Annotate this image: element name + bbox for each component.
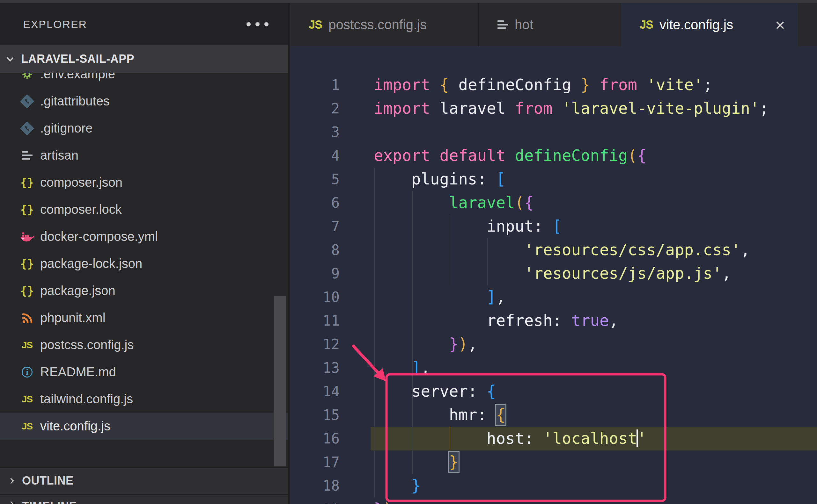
file-row[interactable]: .gitattributes xyxy=(0,88,288,115)
file-row[interactable]: phpunit.xml xyxy=(0,304,288,331)
code-line[interactable]: } xyxy=(374,474,421,498)
code-line[interactable]: import laravel from 'laravel-vite-plugin… xyxy=(374,97,769,120)
outline-label: OUTLINE xyxy=(22,474,74,487)
code-line[interactable]: input: [ xyxy=(374,215,562,238)
explorer-header: EXPLORER xyxy=(0,3,288,45)
file-row[interactable]: iREADME.md xyxy=(0,358,288,385)
tab-label: vite.config.js xyxy=(660,17,733,32)
braces-icon: {} xyxy=(20,284,34,298)
timeline-section-header[interactable]: TIMELINE xyxy=(0,494,288,504)
explorer-title: EXPLORER xyxy=(23,18,87,31)
file-name: phpunit.xml xyxy=(40,311,105,325)
js-icon: JS xyxy=(20,419,34,434)
line-number: 5 xyxy=(290,168,340,191)
file-list: .env.example.gitattributes.gitignorearti… xyxy=(0,61,288,440)
code-line[interactable]: server: { xyxy=(374,380,496,403)
line-number: 19 xyxy=(290,498,340,504)
lines-icon xyxy=(20,148,34,163)
file-name: vite.config.js xyxy=(40,419,110,433)
line-number: 10 xyxy=(290,285,340,309)
close-icon[interactable]: × xyxy=(775,16,785,33)
line-number: 4 xyxy=(290,144,340,168)
tab-label: postcss.config.js xyxy=(329,17,427,32)
file-row[interactable]: artisan xyxy=(0,142,288,169)
more-actions-icon[interactable] xyxy=(247,22,269,26)
project-section-header[interactable]: LARAVEL-SAIL-APP xyxy=(0,45,288,73)
file-name: README.md xyxy=(40,365,116,379)
code-line[interactable]: export default defineConfig({ xyxy=(374,144,647,168)
code-line[interactable]: plugins: [ xyxy=(374,168,505,191)
file-row[interactable]: {}package.json xyxy=(0,277,288,304)
file-name: composer.json xyxy=(40,175,122,190)
js-icon: JS xyxy=(20,392,34,407)
js-icon: JS xyxy=(309,18,322,32)
js-icon: JS xyxy=(640,18,653,32)
git-icon xyxy=(20,121,34,136)
file-row[interactable]: {}package-lock.json xyxy=(0,250,288,277)
code-line[interactable]: } xyxy=(374,450,459,474)
tab-label: hot xyxy=(515,17,533,32)
braces-icon: {} xyxy=(20,202,34,217)
line-number: 13 xyxy=(290,356,340,380)
file-name: composer.lock xyxy=(40,202,122,217)
tab-hot[interactable]: hot xyxy=(479,3,621,46)
file-row[interactable]: JSvite.config.js xyxy=(0,413,288,440)
timeline-label: TIMELINE xyxy=(22,500,77,504)
line-number: 14 xyxy=(290,380,340,403)
line-number: 3 xyxy=(290,120,340,144)
file-row[interactable]: {}composer.json xyxy=(0,169,288,196)
tab-vite.config.js[interactable]: JSvite.config.js× xyxy=(621,3,798,46)
line-number: 8 xyxy=(290,238,340,262)
vscode-window: { "colors":{ "editor_bg":"#272b3c","side… xyxy=(0,0,817,504)
code-line[interactable]: import { defineConfig } from 'vite'; xyxy=(374,73,712,97)
explorer-sidebar: EXPLORER .env.example.gitattributes.giti… xyxy=(0,3,288,504)
code-line[interactable]: }), xyxy=(374,333,477,356)
code-editor[interactable]: 12345678910111213141516171819import { de… xyxy=(290,73,817,504)
file-row[interactable]: {}composer.lock xyxy=(0,196,288,223)
file-name: tailwind.config.js xyxy=(40,392,133,406)
line-number: 7 xyxy=(290,215,340,238)
line-number: 16 xyxy=(290,427,340,450)
tab-postcss.config.js[interactable]: JSpostcss.config.js xyxy=(290,3,479,46)
file-name: postcss.config.js xyxy=(40,338,134,352)
project-name: LARAVEL-SAIL-APP xyxy=(21,52,134,66)
docker-icon xyxy=(20,229,34,244)
line-number: 1 xyxy=(290,73,340,97)
file-row[interactable]: .gitignore xyxy=(0,115,288,142)
js-icon: JS xyxy=(20,338,34,352)
code-line[interactable]: refresh: true, xyxy=(374,309,618,333)
editor-tab-bar: JSpostcss.config.jshotJSvite.config.js× xyxy=(290,3,817,46)
sidebar-scrollbar[interactable] xyxy=(274,296,286,466)
line-number: 9 xyxy=(290,262,340,285)
file-row[interactable]: JSpostcss.config.js xyxy=(0,331,288,358)
chevron-right-icon xyxy=(8,478,14,484)
code-line[interactable]: 'resources/css/app.css', xyxy=(374,238,750,262)
rss-icon xyxy=(20,311,34,325)
code-line[interactable]: host: 'localhost' xyxy=(374,427,647,450)
code-line[interactable]: ], xyxy=(374,356,430,380)
code-line[interactable]: laravel({ xyxy=(374,191,534,215)
chevron-down-icon xyxy=(7,54,14,62)
git-icon xyxy=(20,94,34,109)
code-line[interactable]: hmr: { xyxy=(374,403,505,427)
file-row[interactable]: JStailwind.config.js xyxy=(0,385,288,413)
line-number: 17 xyxy=(290,450,340,474)
file-name: .gitattributes xyxy=(40,94,110,108)
info-icon: i xyxy=(20,365,34,379)
code-line[interactable]: }); xyxy=(374,498,402,504)
file-name: package-lock.json xyxy=(40,256,142,271)
file-name: docker-compose.yml xyxy=(40,229,158,244)
file-name: artisan xyxy=(40,148,78,162)
line-number: 12 xyxy=(290,333,340,356)
window-top-strip xyxy=(0,0,817,3)
line-number: 11 xyxy=(290,309,340,333)
chevron-right-icon xyxy=(8,501,14,504)
outline-section-header[interactable]: OUTLINE xyxy=(0,467,288,494)
line-number: 2 xyxy=(290,97,340,120)
braces-icon: {} xyxy=(20,175,34,190)
lines-icon xyxy=(497,20,508,29)
code-line[interactable]: ], xyxy=(374,285,505,309)
code-line[interactable]: 'resources/js/app.js', xyxy=(374,262,731,285)
file-row[interactable]: docker-compose.yml xyxy=(0,223,288,250)
braces-icon: {} xyxy=(20,256,34,271)
